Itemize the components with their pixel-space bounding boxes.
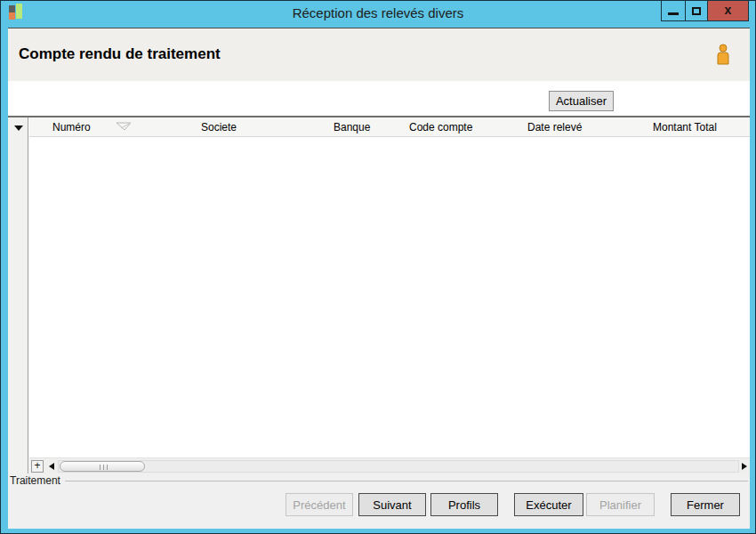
column-header-societe[interactable]: Societe <box>201 121 237 134</box>
precedent-button: Précédent <box>286 493 353 516</box>
close-button[interactable]: x <box>707 1 749 21</box>
column-header-date-releve[interactable]: Date relevé <box>527 121 582 134</box>
results-grid: Numéro Societe Banque Code compte Date r… <box>8 116 750 473</box>
scrollbar-thumb[interactable] <box>60 461 145 472</box>
close-icon: x <box>725 4 732 18</box>
column-header-banque[interactable]: Banque <box>334 121 370 134</box>
user-icon <box>715 44 731 69</box>
traitement-group-label: Traitement <box>10 474 60 487</box>
traitement-group-line <box>65 481 748 481</box>
footer-panel: Traitement Précédent Suivant Profils Exé… <box>8 473 750 529</box>
titlebar[interactable]: Réception des relevés divers x <box>1 1 755 27</box>
app-window: Réception des relevés divers x Compte re… <box>0 0 756 534</box>
minimize-button[interactable] <box>661 1 686 21</box>
profils-button[interactable]: Profils <box>430 493 498 516</box>
toolbar: Actualiser <box>8 81 750 116</box>
caption-buttons: x <box>662 1 749 21</box>
grid-body-empty[interactable] <box>29 137 750 457</box>
grid-header-row: Numéro Societe Banque Code compte Date r… <box>29 117 750 137</box>
grid-row-selector-column[interactable] <box>8 117 28 473</box>
column-header-numero[interactable]: Numéro <box>52 121 91 134</box>
fermer-button[interactable]: Fermer <box>671 493 740 516</box>
scroll-right-icon[interactable] <box>742 463 747 470</box>
window-title: Réception des relevés divers <box>1 5 755 20</box>
report-header-panel: Compte rendu de traitement <box>8 28 750 81</box>
executer-button[interactable]: Exécuter <box>514 493 583 516</box>
maximize-button[interactable] <box>685 1 708 21</box>
horizontal-scrollbar: + <box>29 457 750 473</box>
scroll-left-icon[interactable] <box>49 463 54 470</box>
refresh-button[interactable]: Actualiser <box>549 91 614 111</box>
sort-indicator-icon[interactable] <box>115 122 133 134</box>
add-row-button[interactable]: + <box>31 460 44 473</box>
grid-dropdown-caret-icon[interactable] <box>14 125 23 131</box>
column-header-montant-total[interactable]: Montant Total <box>653 121 717 134</box>
dialog-content: Compte rendu de traitement Actualiser Nu… <box>8 28 750 528</box>
maximize-icon <box>692 7 701 15</box>
suivant-button[interactable]: Suivant <box>358 493 426 516</box>
column-header-code-compte[interactable]: Code compte <box>409 121 472 134</box>
page-title: Compte rendu de traitement <box>19 45 221 63</box>
minimize-icon <box>668 12 679 15</box>
scrollbar-track[interactable] <box>58 460 739 473</box>
planifier-button: Planifier <box>586 493 655 516</box>
scrollbar-grip-icon <box>100 465 108 470</box>
